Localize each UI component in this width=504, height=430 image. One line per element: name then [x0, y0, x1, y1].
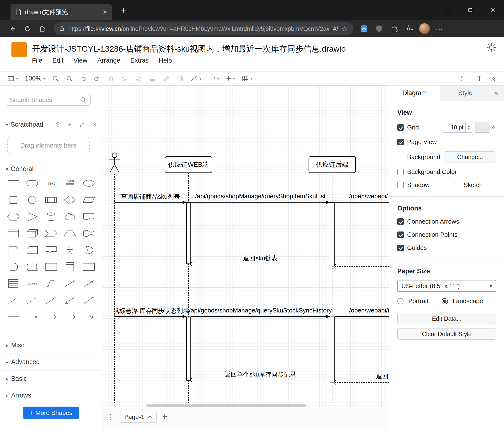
window-maximize-button[interactable]: [459, 0, 482, 20]
message-label[interactable]: 鼠标悬浮 库存同步状态列表: [113, 307, 189, 315]
shape-open-link[interactable]: [62, 311, 78, 322]
grid-color-swatch[interactable]: [475, 122, 489, 133]
more-shapes-button[interactable]: + More Shapes: [23, 407, 79, 419]
view-button[interactable]: ▾: [7, 75, 18, 82]
scratchpad-add-icon[interactable]: +: [68, 121, 71, 128]
shape-rectangle[interactable]: [6, 178, 21, 189]
background-color-checkbox[interactable]: [397, 169, 404, 175]
favorites-hub-icon[interactable]: [404, 25, 416, 32]
shape-heading[interactable]: Heading: [62, 178, 78, 189]
shape-dotted-line[interactable]: [24, 295, 40, 306]
connection-arrows-checkbox[interactable]: [397, 218, 404, 225]
profile-avatar[interactable]: [419, 23, 430, 34]
grid-size-stepper[interactable]: ▴▾: [466, 122, 472, 133]
search-icon[interactable]: [80, 96, 87, 103]
shape-arrow-link[interactable]: [24, 311, 40, 322]
menu-help[interactable]: Help: [159, 57, 172, 64]
waypoint-style-button[interactable]: ▾: [208, 75, 220, 82]
message-arrow[interactable]: [334, 316, 389, 317]
shape-process[interactable]: [43, 195, 59, 206]
message-label[interactable]: /open/webapi/: [349, 193, 388, 200]
format-panel-close-icon[interactable]: ×: [494, 85, 504, 101]
shape-or[interactable]: [81, 245, 97, 256]
message-arrow[interactable]: [115, 202, 186, 203]
guides-checkbox[interactable]: [397, 245, 404, 251]
copilot-icon[interactable]: [358, 25, 370, 33]
add-page-button[interactable]: +: [162, 411, 167, 422]
connection-style-button[interactable]: ▾: [190, 75, 202, 82]
portrait-radio[interactable]: [397, 298, 404, 304]
grid-size-input[interactable]: 10 pt: [443, 122, 466, 133]
scratchpad-dropzone[interactable]: Drag elements here: [7, 137, 90, 154]
window-minimize-button[interactable]: [437, 0, 459, 20]
return-arrow[interactable]: [334, 266, 389, 267]
extensions-puzzle-icon[interactable]: [388, 25, 400, 32]
shape-document[interactable]: [81, 211, 97, 222]
address-bar[interactable]: https://file.kkview.cn/onlinePreview?url…: [54, 22, 353, 35]
to-back-icon[interactable]: [135, 75, 142, 82]
fullscreen-icon[interactable]: [460, 75, 467, 82]
message-arrow[interactable]: [191, 202, 330, 203]
shape-triangle[interactable]: [24, 211, 40, 222]
shape-hexagon[interactable]: [6, 211, 21, 222]
grid-color-edit-icon[interactable]: [491, 125, 496, 130]
shape-circle[interactable]: [24, 195, 40, 206]
shape-internal-storage[interactable]: [6, 228, 21, 239]
redo-icon[interactable]: [94, 75, 101, 82]
shape-ellipse[interactable]: [81, 178, 97, 189]
connection-points-checkbox[interactable]: [397, 232, 404, 238]
shape-and[interactable]: [6, 261, 21, 272]
change-background-button[interactable]: Change...: [444, 151, 496, 162]
pages-menu-icon[interactable]: ⋮: [107, 411, 114, 423]
collapse-toolbar-icon[interactable]: [490, 75, 497, 82]
shape-cross-link[interactable]: [81, 311, 97, 322]
return-arrow[interactable]: [334, 382, 389, 383]
shape-arrow[interactable]: [81, 278, 97, 289]
tab-style[interactable]: Style: [440, 85, 491, 101]
back-icon[interactable]: [5, 25, 20, 32]
activation-bar[interactable]: [186, 202, 191, 264]
shape-step[interactable]: [43, 228, 59, 239]
sketch-checkbox[interactable]: [454, 182, 460, 188]
shape-horizontal-container[interactable]: [81, 261, 97, 272]
menu-extras[interactable]: Extras: [130, 57, 149, 64]
message-label[interactable]: 返回: [376, 372, 388, 381]
menu-edit[interactable]: Edit: [53, 57, 64, 64]
scratchpad-close-icon[interactable]: ×: [93, 121, 96, 128]
shape-link[interactable]: [6, 311, 21, 322]
section-arrows[interactable]: ▸Arrows: [0, 387, 102, 404]
section-misc[interactable]: ▸Misc: [0, 337, 102, 354]
menu-file[interactable]: File: [32, 57, 43, 64]
shape-text[interactable]: Text: [43, 178, 59, 189]
line-color-icon[interactable]: [163, 75, 170, 82]
shape-vertical-container[interactable]: [62, 261, 78, 272]
grid-checkbox[interactable]: [397, 124, 404, 131]
shape-cube[interactable]: [24, 228, 40, 239]
scratchpad-edit-icon[interactable]: [79, 122, 85, 128]
menu-view[interactable]: View: [73, 57, 87, 64]
to-front-icon[interactable]: [121, 75, 128, 82]
fill-color-icon[interactable]: [149, 75, 156, 82]
return-arrow[interactable]: [191, 380, 330, 380]
message-label[interactable]: /open/webapi/item: [349, 307, 389, 314]
tab-close-icon[interactable]: ×: [103, 8, 107, 16]
shape-actor[interactable]: [62, 245, 78, 256]
undo-icon[interactable]: [80, 75, 87, 82]
shape-parallelogram[interactable]: [81, 195, 97, 206]
shape-line[interactable]: [43, 295, 59, 306]
shadow-icon[interactable]: [177, 75, 184, 82]
shape-note[interactable]: [6, 245, 21, 256]
message-arrow[interactable]: [115, 316, 186, 317]
lifeline-box-backend[interactable]: 供应链后端: [309, 156, 356, 173]
actor-figure[interactable]: [108, 152, 121, 173]
zoom-level-button[interactable]: 100%▾: [25, 75, 45, 82]
theme-toggle-icon[interactable]: [486, 43, 496, 53]
paper-size-select[interactable]: US-Letter (8,5" x 11") ▾: [397, 280, 496, 292]
message-arrow[interactable]: [334, 202, 389, 203]
shield-extension-icon[interactable]: [373, 25, 385, 32]
read-aloud-icon[interactable]: A⁾: [333, 25, 338, 32]
return-arrow[interactable]: [191, 264, 330, 264]
shape-bidirectional-arrow[interactable]: [62, 278, 78, 289]
scratchpad-header[interactable]: ▾ Scratchpad ? + ×: [6, 121, 96, 128]
shape-container[interactable]: [43, 261, 59, 272]
